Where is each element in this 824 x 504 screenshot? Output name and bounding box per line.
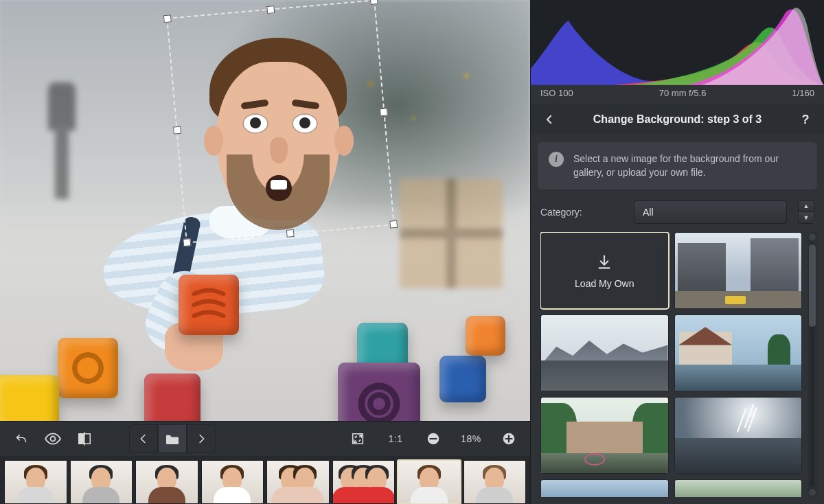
scrollbar-thumb[interactable] xyxy=(809,244,816,327)
gallery-item[interactable] xyxy=(674,479,803,497)
category-value: All xyxy=(643,207,654,218)
resize-handle[interactable] xyxy=(266,5,275,14)
gallery-item[interactable] xyxy=(674,232,803,309)
cube xyxy=(466,316,505,356)
zoom-in-button[interactable] xyxy=(494,424,523,453)
svg-point-3 xyxy=(51,437,56,442)
load-own-label: Load My Own xyxy=(575,278,634,289)
exif-lens: 70 mm f/5.6 xyxy=(659,88,707,98)
svg-point-0 xyxy=(75,355,101,381)
subject-head[interactable] xyxy=(189,38,367,244)
filmstrip[interactable] xyxy=(0,456,530,504)
info-icon: i xyxy=(549,152,564,167)
help-button[interactable]: ? xyxy=(797,111,814,128)
preview-toggle[interactable] xyxy=(38,424,67,453)
stepper-down[interactable]: ▼ xyxy=(799,212,814,223)
fit-screen-button[interactable] xyxy=(343,424,372,453)
svg-point-1 xyxy=(361,386,396,421)
gallery-scrollbar[interactable] xyxy=(808,232,817,497)
histogram xyxy=(531,0,824,85)
side-panel: ISO 100 70 mm f/5.6 1/160 Change Backgro… xyxy=(530,0,824,504)
zoom-out-button[interactable] xyxy=(419,424,448,453)
gallery-item[interactable] xyxy=(540,314,669,391)
filmstrip-thumb[interactable] xyxy=(201,460,264,504)
filmstrip-thumb[interactable] xyxy=(266,460,330,504)
background-gallery: Load My Own xyxy=(540,232,802,497)
canvas[interactable] xyxy=(0,0,530,421)
gallery-item[interactable] xyxy=(674,397,803,474)
cube xyxy=(58,338,118,398)
compare-button[interactable] xyxy=(70,424,99,453)
resize-handle[interactable] xyxy=(370,0,378,5)
svg-line-8 xyxy=(355,436,356,437)
back-button[interactable] xyxy=(540,111,558,128)
next-image-button[interactable] xyxy=(187,424,216,453)
gallery-item[interactable] xyxy=(540,479,669,497)
gallery-item[interactable] xyxy=(674,314,803,391)
resize-handle[interactable] xyxy=(163,14,172,23)
panel-header: Change Background: step 3 of 3 ? xyxy=(531,104,824,135)
panel-hint: i Select a new image for the background … xyxy=(538,142,817,190)
filmstrip-thumb[interactable] xyxy=(398,460,461,504)
cube xyxy=(0,375,59,421)
resize-handle[interactable] xyxy=(380,108,388,116)
resize-handle[interactable] xyxy=(173,126,181,135)
aspect-ratio-label[interactable]: 1:1 xyxy=(375,433,416,444)
filmstrip-thumb[interactable] xyxy=(70,460,133,504)
undo-button[interactable] xyxy=(7,424,36,453)
filmstrip-thumb[interactable] xyxy=(4,460,67,504)
exif-iso: ISO 100 xyxy=(540,88,573,98)
zoom-level[interactable]: 18% xyxy=(450,433,492,444)
stepper-up[interactable]: ▲ xyxy=(799,201,814,213)
exif-row: ISO 100 70 mm f/5.6 1/160 xyxy=(531,85,824,104)
gallery-item[interactable] xyxy=(540,397,669,474)
svg-rect-4 xyxy=(79,434,84,444)
filmstrip-thumb[interactable] xyxy=(464,460,527,504)
editor-pane: 1:1 18% xyxy=(0,0,530,504)
prev-image-button[interactable] xyxy=(129,424,158,453)
exif-shutter: 1/160 xyxy=(792,88,814,98)
hint-text: Select a new image for the background fr… xyxy=(573,152,806,180)
filmstrip-thumb[interactable] xyxy=(332,460,396,504)
gallery-load-own[interactable]: Load My Own xyxy=(540,232,669,309)
cube-held xyxy=(179,275,239,335)
filmstrip-thumb[interactable] xyxy=(135,460,198,504)
panel-title: Change Background: step 3 of 3 xyxy=(565,113,790,126)
svg-point-2 xyxy=(370,395,388,413)
cube xyxy=(439,356,486,402)
cube xyxy=(144,374,201,421)
browse-button[interactable] xyxy=(158,424,187,453)
cube xyxy=(338,363,420,421)
category-label: Category: xyxy=(540,207,623,218)
category-select[interactable]: All xyxy=(634,201,787,224)
category-stepper[interactable]: ▲ ▼ xyxy=(798,201,814,224)
canvas-toolbar: 1:1 18% xyxy=(0,422,530,456)
